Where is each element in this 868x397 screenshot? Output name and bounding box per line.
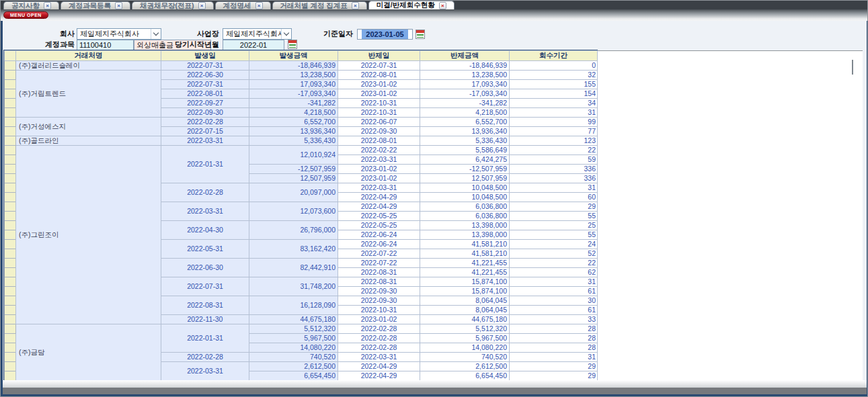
occurrence-date-cell[interactable]: 2022-04-30 — [161, 221, 249, 240]
grid-column-header-5[interactable]: 회수기간 — [510, 51, 598, 61]
settlement-date-cell[interactable]: 2022-04-29 — [338, 193, 420, 202]
collection-days-cell[interactable]: 154 — [510, 89, 598, 99]
occurrence-date-cell[interactable]: 2022-03-31 — [161, 362, 249, 381]
tab-close-icon[interactable]: × — [352, 2, 359, 9]
grid-selector-header[interactable] — [5, 51, 16, 61]
occurrence-date-cell[interactable]: 2022-06-30 — [161, 259, 249, 277]
settlement-date-cell[interactable]: 2022-08-31 — [338, 277, 420, 287]
occurrence-amount-cell[interactable]: 82,442,910 — [249, 259, 338, 277]
period-input[interactable] — [223, 40, 284, 50]
occurrence-date-cell[interactable]: 2022-03-31 — [161, 202, 249, 221]
settlement-amount-cell[interactable]: 41,221,455 — [420, 268, 510, 277]
occurrence-date-cell[interactable]: 2022-07-31 — [161, 277, 249, 296]
collection-days-cell[interactable]: 55 — [510, 230, 598, 240]
chevron-down-icon[interactable] — [151, 29, 161, 39]
settlement-amount-cell[interactable]: 2,612,500 — [420, 362, 510, 371]
grid-column-header-3[interactable]: 반제일 — [338, 51, 420, 61]
occurrence-amount-cell[interactable]: 13,238,500 — [249, 71, 338, 80]
occurrence-amount-cell[interactable]: 14,080,220 — [249, 343, 338, 353]
chevron-down-icon[interactable] — [281, 29, 291, 39]
collection-days-cell[interactable]: 30 — [510, 296, 598, 306]
settlement-amount-cell[interactable]: 13,936,340 — [420, 127, 510, 136]
settlement-amount-cell[interactable]: 8,064,045 — [420, 306, 510, 315]
row-selector-cell[interactable] — [5, 287, 16, 296]
settlement-amount-cell[interactable]: 6,424,275 — [420, 155, 510, 165]
settlement-date-cell[interactable]: 2022-08-01 — [338, 71, 420, 80]
collection-days-cell[interactable]: 336 — [510, 174, 598, 183]
collection-days-cell[interactable]: 31 — [510, 183, 598, 193]
customer-name-cell[interactable]: (주)거림트렌드 — [16, 71, 161, 118]
settlement-amount-cell[interactable]: 5,512,320 — [420, 324, 510, 334]
occurrence-amount-cell[interactable]: 5,967,500 — [249, 334, 338, 343]
calendar-icon[interactable] — [416, 30, 425, 39]
collection-days-cell[interactable]: 29 — [510, 371, 598, 381]
occurrence-amount-cell[interactable]: 4,218,500 — [249, 108, 338, 118]
row-selector-cell[interactable] — [5, 249, 16, 259]
collection-days-cell[interactable]: 77 — [510, 127, 598, 136]
customer-name-cell[interactable]: (주)거성에스지 — [16, 118, 161, 136]
row-selector-cell[interactable] — [5, 99, 16, 108]
settlement-amount-cell[interactable]: 41,581,210 — [420, 240, 510, 249]
occurrence-date-cell[interactable]: 2022-01-31 — [161, 324, 249, 353]
occurrence-amount-cell[interactable]: 12,507,959 — [249, 174, 338, 183]
occurrence-amount-cell[interactable]: 26,796,000 — [249, 221, 338, 240]
row-selector-cell[interactable] — [5, 136, 16, 146]
row-selector-cell[interactable] — [5, 277, 16, 287]
settlement-date-cell[interactable]: 2023-01-02 — [338, 174, 420, 183]
menu-open-button[interactable]: MENU OPEN — [3, 11, 48, 19]
settlement-date-cell[interactable]: 2022-03-31 — [338, 353, 420, 362]
collection-days-cell[interactable]: 28 — [510, 334, 598, 343]
row-selector-cell[interactable] — [5, 127, 16, 136]
row-selector-cell[interactable] — [5, 315, 16, 324]
grid-column-header-0[interactable]: 거래처명 — [16, 51, 161, 61]
settlement-date-cell[interactable]: 2022-10-31 — [338, 99, 420, 108]
collection-days-cell[interactable]: 123 — [510, 136, 598, 146]
row-selector-cell[interactable] — [5, 334, 16, 343]
occurrence-amount-cell[interactable]: 5,512,320 — [249, 324, 338, 334]
grid-column-header-1[interactable]: 발생일 — [161, 51, 249, 61]
row-selector-cell[interactable] — [5, 61, 16, 71]
row-selector-cell[interactable] — [5, 174, 16, 183]
settlement-amount-cell[interactable]: 41,581,210 — [420, 249, 510, 259]
settlement-date-cell[interactable]: 2022-09-30 — [338, 127, 420, 136]
settlement-date-cell[interactable]: 2022-02-28 — [338, 334, 420, 343]
collection-days-cell[interactable]: 31 — [510, 353, 598, 362]
collection-days-cell[interactable]: 0 — [510, 61, 598, 71]
settlement-date-cell[interactable]: 2022-04-29 — [338, 202, 420, 212]
row-selector-cell[interactable] — [5, 230, 16, 240]
occurrence-amount-cell[interactable]: 17,093,340 — [249, 80, 338, 89]
customer-name-cell[interactable]: (주)갤러리드슬레이 — [16, 61, 161, 71]
tab-close-icon[interactable]: × — [115, 2, 122, 9]
occurrence-date-cell[interactable]: 2022-09-27 — [161, 99, 249, 108]
settlement-amount-cell[interactable]: 41,221,455 — [420, 259, 510, 268]
row-selector-cell[interactable] — [5, 324, 16, 334]
collection-days-cell[interactable]: 31 — [510, 108, 598, 118]
collection-days-cell[interactable]: 99 — [510, 118, 598, 127]
settlement-date-cell[interactable]: 2022-10-31 — [338, 108, 420, 118]
row-selector-cell[interactable] — [5, 268, 16, 277]
collection-days-cell[interactable]: 22 — [510, 146, 598, 155]
occurrence-amount-cell[interactable]: 20,097,000 — [249, 183, 338, 202]
settlement-amount-cell[interactable]: 6,552,700 — [420, 118, 510, 127]
occurrence-amount-cell[interactable]: 2,612,500 — [249, 362, 338, 371]
collection-days-cell[interactable]: 155 — [510, 80, 598, 89]
vertical-scrollbar-thumb[interactable] — [852, 60, 853, 75]
occurrence-date-cell[interactable]: 2022-07-31 — [161, 61, 249, 71]
settlement-date-cell[interactable]: 2023-01-02 — [338, 80, 420, 89]
settlement-date-cell[interactable]: 2022-08-31 — [338, 268, 420, 277]
grid-column-header-2[interactable]: 발생금액 — [249, 51, 338, 61]
base-date-field[interactable]: 2023-01-05 — [357, 29, 413, 40]
occurrence-amount-cell[interactable]: -341,282 — [249, 99, 338, 108]
occurrence-amount-cell[interactable]: 13,936,340 — [249, 127, 338, 136]
settlement-date-cell[interactable]: 2022-02-28 — [338, 343, 420, 353]
collection-days-cell[interactable]: 52 — [510, 249, 598, 259]
collection-days-cell[interactable]: 61 — [510, 287, 598, 296]
collection-days-cell[interactable]: 24 — [510, 240, 598, 249]
settlement-amount-cell[interactable]: -12,507,959 — [420, 165, 510, 174]
occurrence-amount-cell[interactable]: 44,675,180 — [249, 315, 338, 324]
occurrence-amount-cell[interactable]: -18,846,939 — [249, 61, 338, 71]
tab-1[interactable]: 계정과목등록× — [61, 1, 130, 9]
account-code-input[interactable] — [77, 40, 134, 50]
row-selector-cell[interactable] — [5, 212, 16, 221]
occurrence-amount-cell[interactable]: -12,507,959 — [249, 165, 338, 174]
